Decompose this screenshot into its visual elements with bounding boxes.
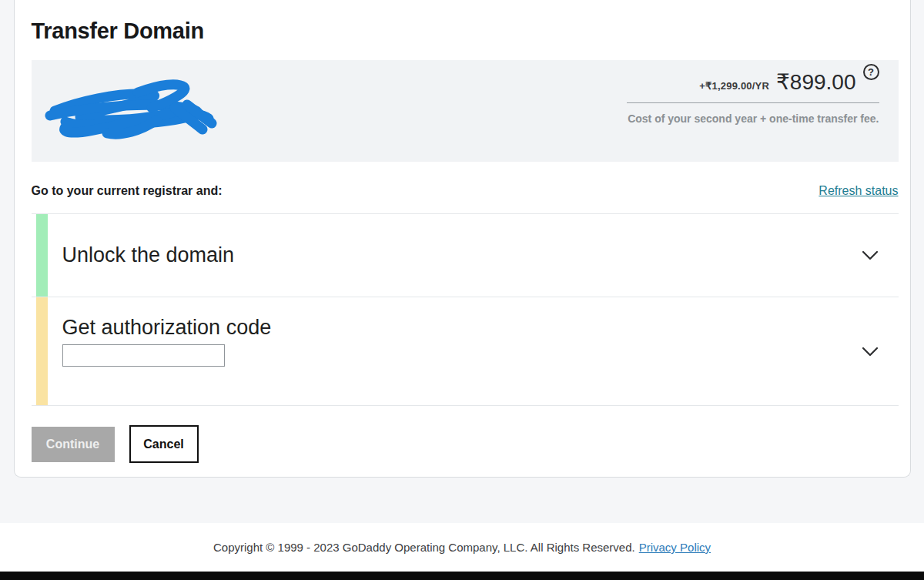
step-get-authorization-code[interactable]: Get authorization code xyxy=(32,297,899,405)
divider xyxy=(32,405,899,406)
cancel-button[interactable]: Cancel xyxy=(129,425,199,463)
copyright-text: Copyright © 1999 - 2023 GoDaddy Operatin… xyxy=(213,541,635,554)
step-unlock-domain[interactable]: Unlock the domain xyxy=(32,214,899,297)
refresh-status-link[interactable]: Refresh status xyxy=(819,184,898,198)
price-note: Cost of your second year + one-time tran… xyxy=(627,112,879,125)
domain-summary-box: +₹1,299.00/YR ₹899.00 ? Cost of your sec… xyxy=(32,60,899,162)
help-icon[interactable]: ? xyxy=(863,64,879,80)
continue-button[interactable]: Continue xyxy=(32,427,115,462)
transfer-price: ₹899.00 xyxy=(776,69,855,95)
page-title: Transfer Domain xyxy=(32,18,899,44)
authorization-code-input[interactable] xyxy=(62,344,225,367)
registrar-instructions-row: Go to your current registrar and: Refres… xyxy=(32,184,899,198)
registrar-instructions-label: Go to your current registrar and: xyxy=(32,184,223,198)
step-title: Unlock the domain xyxy=(62,243,235,267)
privacy-policy-link[interactable]: Privacy Policy xyxy=(639,541,711,554)
transfer-domain-card: Transfer Domain +₹1,299.00/YR ₹899.00 ? … xyxy=(14,0,911,478)
step-title: Get authorization code xyxy=(62,316,272,340)
redacted-domain-scribble xyxy=(39,74,232,148)
price-area: +₹1,299.00/YR ₹899.00 ? Cost of your sec… xyxy=(627,69,879,125)
page-footer: Copyright © 1999 - 2023 GoDaddy Operatin… xyxy=(0,523,924,572)
action-buttons-row: Continue Cancel xyxy=(32,425,899,463)
chevron-down-icon[interactable] xyxy=(862,250,879,260)
step-status-bar-pending xyxy=(36,297,48,405)
price-divider xyxy=(627,102,879,103)
bottom-black-bar xyxy=(0,572,924,580)
chevron-down-icon[interactable] xyxy=(862,347,879,357)
renewal-price: +₹1,299.00/YR xyxy=(699,80,769,92)
step-status-bar-done xyxy=(36,214,48,297)
